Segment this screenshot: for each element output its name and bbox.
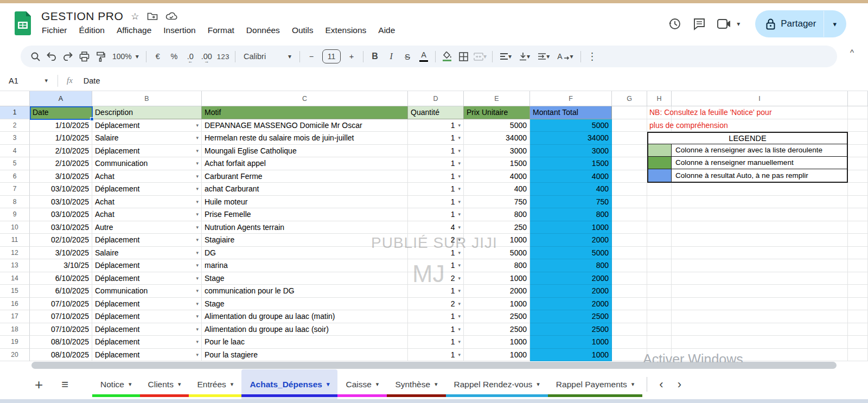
sheets-logo-icon[interactable]: [14, 11, 32, 36]
cell-i[interactable]: [672, 259, 848, 272]
cell-i[interactable]: [672, 196, 848, 209]
cell-h[interactable]: [647, 234, 672, 247]
row-number[interactable]: 1: [0, 106, 30, 119]
cell-qty[interactable]: 2▾: [408, 298, 464, 311]
cell-total[interactable]: 5000: [530, 119, 612, 132]
cell-dropdown-icon[interactable]: ▾: [458, 123, 461, 128]
cell-description[interactable]: Déplacement▾: [92, 272, 202, 285]
cell-h[interactable]: [647, 336, 672, 349]
sheet-tab-achats-d-penses[interactable]: Achats_Dépenses▾: [241, 369, 337, 399]
cell-date[interactable]: 03/10/2025: [30, 183, 92, 196]
cell-dropdown-icon[interactable]: ▾: [196, 276, 199, 281]
menu-item-7[interactable]: Extensions: [321, 24, 372, 36]
cell-dropdown-icon[interactable]: ▾: [458, 225, 461, 230]
video-call-dropdown-icon[interactable]: ▾: [737, 20, 740, 28]
cell-description[interactable]: Achat▾: [92, 208, 202, 221]
cell-unit-price[interactable]: 250: [464, 221, 530, 234]
cell-b1[interactable]: Description: [92, 106, 202, 119]
cell-motif[interactable]: Pour le laac: [202, 336, 408, 349]
column-header-I[interactable]: I: [672, 91, 848, 106]
cell-date[interactable]: 3/10/2025: [30, 170, 92, 183]
cell-i[interactable]: [672, 234, 848, 247]
cell-dropdown-icon[interactable]: ▾: [196, 301, 199, 306]
cell-g[interactable]: [612, 145, 647, 158]
cell-unit-price[interactable]: 750: [464, 196, 530, 209]
cell-motif[interactable]: Huile moteur: [202, 196, 408, 209]
fill-handle[interactable]: [90, 117, 94, 121]
cell-sliver[interactable]: [848, 234, 868, 247]
column-header-B[interactable]: B: [92, 91, 202, 106]
cell-total[interactable]: 800: [530, 208, 612, 221]
cell-description[interactable]: Déplacement▾: [92, 323, 202, 336]
cell-sliver[interactable]: [848, 310, 868, 323]
cell-h[interactable]: [647, 285, 672, 298]
cell-qty[interactable]: 1▾: [408, 157, 464, 170]
cell-date[interactable]: 03/10/2025: [30, 208, 92, 221]
cell-qty[interactable]: 1▾: [408, 323, 464, 336]
cell-date[interactable]: 03/10/2025: [30, 196, 92, 209]
cell-total[interactable]: 34000: [530, 132, 612, 145]
cell-dropdown-icon[interactable]: ▾: [458, 314, 461, 319]
increase-font-size-button[interactable]: +: [343, 48, 360, 65]
sheet-tab-dropdown-icon[interactable]: ▾: [178, 381, 181, 388]
currency-format-button[interactable]: €: [150, 48, 166, 65]
cell-motif[interactable]: Achat forfait appel: [202, 157, 408, 170]
cell-qty[interactable]: 1▾: [408, 183, 464, 196]
cell-dropdown-icon[interactable]: ▾: [458, 288, 461, 293]
cell-i[interactable]: [672, 336, 848, 349]
cell-motif[interactable]: marina: [202, 259, 408, 272]
cell-qty[interactable]: 4▾: [408, 221, 464, 234]
cell-dropdown-icon[interactable]: ▾: [196, 199, 199, 204]
menu-item-4[interactable]: Format: [203, 24, 239, 36]
comments-icon[interactable]: [687, 11, 712, 36]
cell-motif[interactable]: DEPANNAGE MASSENGO Domicile Mr Oscar: [202, 119, 408, 132]
cell-motif[interactable]: Alimentation du groupe au laac (soir): [202, 323, 408, 336]
collapse-toolbar-icon[interactable]: ^: [850, 48, 854, 57]
cell-total[interactable]: 2000: [530, 285, 612, 298]
cell-motif[interactable]: Hermelan reste du salaire mois de juin-j…: [202, 132, 408, 145]
formula-input[interactable]: Date: [84, 76, 100, 85]
cell-i[interactable]: [672, 208, 848, 221]
menu-item-1[interactable]: Édition: [74, 24, 110, 36]
cell-description[interactable]: Achat▾: [92, 196, 202, 209]
grid-corner[interactable]: [0, 91, 30, 106]
cell-sliver[interactable]: [848, 247, 868, 260]
column-header-H[interactable]: H: [647, 91, 672, 106]
cell-unit-price[interactable]: 4000: [464, 170, 530, 183]
cell-g[interactable]: [612, 247, 647, 260]
number-format-button[interactable]: 123: [215, 48, 232, 65]
cell-dropdown-icon[interactable]: ▾: [196, 352, 199, 357]
cell-sliver[interactable]: [848, 259, 868, 272]
cell-dropdown-icon[interactable]: ▾: [458, 339, 461, 344]
cell-sliver[interactable]: [848, 298, 868, 311]
sheet-tab-dropdown-icon[interactable]: ▾: [129, 381, 132, 388]
sheet-tab-dropdown-icon[interactable]: ▾: [376, 381, 379, 388]
cell-description[interactable]: Déplacement▾: [92, 259, 202, 272]
video-call-icon[interactable]: [712, 11, 737, 36]
cell-i[interactable]: [672, 323, 848, 336]
column-header-F[interactable]: F: [530, 91, 612, 106]
cell-unit-price[interactable]: 400: [464, 183, 530, 196]
cell-dropdown-icon[interactable]: ▾: [196, 327, 199, 332]
cell-qty[interactable]: 1▾: [408, 310, 464, 323]
cell-total[interactable]: 2500: [530, 310, 612, 323]
cell-date[interactable]: 07/10/2025: [30, 298, 92, 311]
sheet-tab-caisse[interactable]: Caisse▾: [337, 369, 387, 399]
cell-sliver[interactable]: [848, 145, 868, 158]
add-sheet-icon[interactable]: +: [35, 378, 43, 392]
text-wrap-button[interactable]: ▾: [534, 48, 553, 65]
cell-g[interactable]: [612, 196, 647, 209]
cell-dropdown-icon[interactable]: ▾: [196, 237, 199, 242]
column-header-G[interactable]: G: [612, 91, 647, 106]
sheet-tab-clients[interactable]: Clients▾: [140, 369, 189, 399]
cell-total[interactable]: 800: [530, 259, 612, 272]
bold-button[interactable]: B: [367, 48, 383, 65]
cell-sliver[interactable]: [848, 157, 868, 170]
cell-unit-price[interactable]: 800: [464, 259, 530, 272]
cell-g[interactable]: [612, 272, 647, 285]
sheet-tab-synth-se[interactable]: Synthèse▾: [387, 369, 445, 399]
cell-h[interactable]: [647, 208, 672, 221]
move-folder-icon[interactable]: [147, 12, 158, 21]
cell-date[interactable]: 08/10/2025: [30, 336, 92, 349]
cell-dropdown-icon[interactable]: ▾: [458, 263, 461, 268]
